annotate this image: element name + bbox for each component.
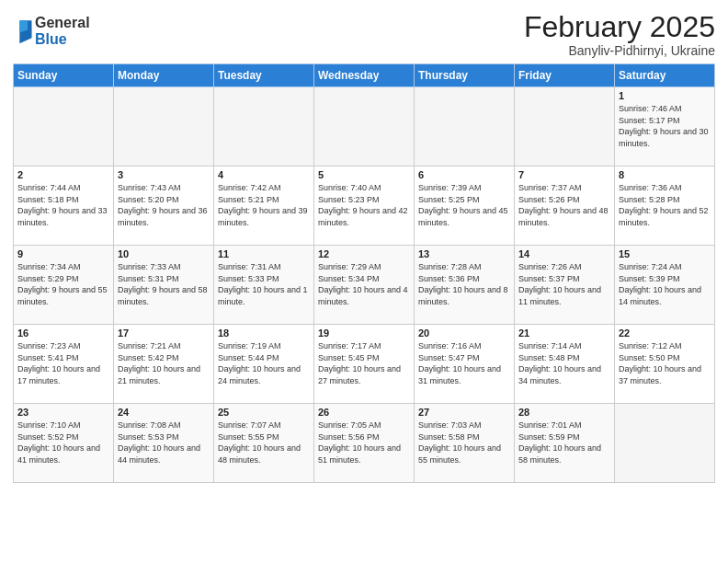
day-info: Sunrise: 7:08 AM Sunset: 5:53 PM Dayligh…	[118, 419, 210, 465]
calendar-cell: 16Sunrise: 7:23 AM Sunset: 5:41 PM Dayli…	[14, 325, 114, 404]
calendar-cell	[14, 87, 114, 167]
calendar-cell	[615, 404, 715, 483]
day-number: 7	[518, 169, 610, 180]
day-number: 6	[418, 169, 510, 180]
day-info: Sunrise: 7:21 AM Sunset: 5:42 PM Dayligh…	[118, 340, 210, 386]
weekday-header-thursday: Thursday	[415, 64, 515, 87]
calendar-cell: 25Sunrise: 7:07 AM Sunset: 5:55 PM Dayli…	[214, 404, 314, 483]
day-info: Sunrise: 7:46 AM Sunset: 5:17 PM Dayligh…	[619, 103, 711, 149]
calendar-header: SundayMondayTuesdayWednesdayThursdayFrid…	[14, 64, 715, 87]
day-number: 28	[518, 407, 610, 418]
calendar-cell: 15Sunrise: 7:24 AM Sunset: 5:39 PM Dayli…	[615, 246, 715, 325]
day-number: 5	[318, 169, 410, 180]
calendar-cell: 13Sunrise: 7:28 AM Sunset: 5:36 PM Dayli…	[415, 246, 515, 325]
day-number: 13	[418, 248, 510, 259]
calendar-cell	[114, 87, 214, 167]
day-info: Sunrise: 7:01 AM Sunset: 5:59 PM Dayligh…	[518, 419, 610, 465]
day-number: 27	[418, 407, 510, 418]
day-info: Sunrise: 7:14 AM Sunset: 5:48 PM Dayligh…	[518, 340, 610, 386]
weekday-header-saturday: Saturday	[615, 64, 715, 87]
day-info: Sunrise: 7:19 AM Sunset: 5:44 PM Dayligh…	[218, 340, 310, 386]
day-info: Sunrise: 7:33 AM Sunset: 5:31 PM Dayligh…	[118, 261, 210, 307]
calendar-cell: 4Sunrise: 7:42 AM Sunset: 5:21 PM Daylig…	[214, 167, 314, 246]
day-info: Sunrise: 7:42 AM Sunset: 5:21 PM Dayligh…	[218, 182, 310, 228]
day-info: Sunrise: 7:12 AM Sunset: 5:50 PM Dayligh…	[619, 340, 711, 386]
day-number: 14	[518, 248, 610, 259]
logo: General Blue	[13, 15, 90, 47]
calendar-cell	[214, 87, 314, 167]
weekday-header-monday: Monday	[114, 64, 214, 87]
day-info: Sunrise: 7:07 AM Sunset: 5:55 PM Dayligh…	[218, 419, 310, 465]
day-number: 21	[518, 327, 610, 339]
calendar-cell: 6Sunrise: 7:39 AM Sunset: 5:25 PM Daylig…	[415, 167, 515, 246]
weekday-header-sunday: Sunday	[14, 64, 114, 87]
calendar-cell	[515, 87, 615, 167]
calendar-cell: 8Sunrise: 7:36 AM Sunset: 5:28 PM Daylig…	[615, 167, 715, 246]
logo-blue-label: Blue	[35, 31, 90, 48]
day-info: Sunrise: 7:31 AM Sunset: 5:33 PM Dayligh…	[218, 261, 310, 307]
day-info: Sunrise: 7:44 AM Sunset: 5:18 PM Dayligh…	[17, 182, 109, 228]
day-number: 22	[619, 327, 711, 339]
calendar-cell	[314, 87, 415, 167]
day-number: 2	[17, 169, 109, 180]
day-info: Sunrise: 7:37 AM Sunset: 5:26 PM Dayligh…	[518, 182, 610, 228]
day-number: 3	[118, 169, 210, 180]
calendar-week-0: 1Sunrise: 7:46 AM Sunset: 5:17 PM Daylig…	[14, 87, 715, 167]
day-number: 11	[218, 248, 310, 259]
logo-text: General Blue	[35, 15, 90, 47]
day-number: 19	[318, 327, 410, 339]
day-info: Sunrise: 7:36 AM Sunset: 5:28 PM Dayligh…	[619, 182, 711, 228]
day-number: 17	[118, 327, 210, 339]
day-info: Sunrise: 7:34 AM Sunset: 5:29 PM Dayligh…	[17, 261, 109, 307]
day-info: Sunrise: 7:29 AM Sunset: 5:34 PM Dayligh…	[318, 261, 410, 307]
calendar-week-2: 9Sunrise: 7:34 AM Sunset: 5:29 PM Daylig…	[14, 246, 715, 325]
day-info: Sunrise: 7:05 AM Sunset: 5:56 PM Dayligh…	[318, 419, 410, 465]
calendar-cell: 28Sunrise: 7:01 AM Sunset: 5:59 PM Dayli…	[515, 404, 615, 483]
calendar-cell: 7Sunrise: 7:37 AM Sunset: 5:26 PM Daylig…	[515, 167, 615, 246]
calendar-cell: 17Sunrise: 7:21 AM Sunset: 5:42 PM Dayli…	[114, 325, 214, 404]
day-info: Sunrise: 7:23 AM Sunset: 5:41 PM Dayligh…	[17, 340, 109, 386]
logo-icon	[13, 18, 33, 44]
day-info: Sunrise: 7:28 AM Sunset: 5:36 PM Dayligh…	[418, 261, 510, 307]
calendar-cell: 9Sunrise: 7:34 AM Sunset: 5:29 PM Daylig…	[14, 246, 114, 325]
day-number: 12	[318, 248, 410, 259]
calendar-week-4: 23Sunrise: 7:10 AM Sunset: 5:52 PM Dayli…	[14, 404, 715, 483]
day-info: Sunrise: 7:16 AM Sunset: 5:47 PM Dayligh…	[418, 340, 510, 386]
day-number: 25	[218, 407, 310, 418]
weekday-header-row: SundayMondayTuesdayWednesdayThursdayFrid…	[14, 64, 715, 87]
day-number: 8	[619, 169, 711, 180]
weekday-header-wednesday: Wednesday	[314, 64, 415, 87]
calendar-cell: 3Sunrise: 7:43 AM Sunset: 5:20 PM Daylig…	[114, 167, 214, 246]
calendar-cell: 2Sunrise: 7:44 AM Sunset: 5:18 PM Daylig…	[14, 167, 114, 246]
calendar-body: 1Sunrise: 7:46 AM Sunset: 5:17 PM Daylig…	[14, 87, 715, 483]
day-info: Sunrise: 7:03 AM Sunset: 5:58 PM Dayligh…	[418, 419, 510, 465]
calendar-cell: 10Sunrise: 7:33 AM Sunset: 5:31 PM Dayli…	[114, 246, 214, 325]
day-number: 15	[619, 248, 711, 259]
calendar-cell	[415, 87, 515, 167]
subtitle: Banyliv-Pidhirnyi, Ukraine	[524, 43, 715, 58]
calendar-week-3: 16Sunrise: 7:23 AM Sunset: 5:41 PM Dayli…	[14, 325, 715, 404]
calendar-week-1: 2Sunrise: 7:44 AM Sunset: 5:18 PM Daylig…	[14, 167, 715, 246]
logo-general-label: General	[35, 15, 90, 31]
calendar-cell: 18Sunrise: 7:19 AM Sunset: 5:44 PM Dayli…	[214, 325, 314, 404]
calendar-cell: 21Sunrise: 7:14 AM Sunset: 5:48 PM Dayli…	[515, 325, 615, 404]
day-number: 9	[17, 248, 109, 259]
title-area: February 2025 Banyliv-Pidhirnyi, Ukraine	[524, 11, 715, 58]
page-container: General Blue February 2025 Banyliv-Pidhi…	[0, 0, 728, 563]
day-number: 1	[619, 90, 711, 101]
day-number: 20	[418, 327, 510, 339]
day-number: 26	[318, 407, 410, 418]
day-number: 16	[17, 327, 109, 339]
weekday-header-friday: Friday	[515, 64, 615, 87]
calendar-cell: 27Sunrise: 7:03 AM Sunset: 5:58 PM Dayli…	[415, 404, 515, 483]
weekday-header-tuesday: Tuesday	[214, 64, 314, 87]
calendar: SundayMondayTuesdayWednesdayThursdayFrid…	[13, 63, 715, 483]
calendar-cell: 14Sunrise: 7:26 AM Sunset: 5:37 PM Dayli…	[515, 246, 615, 325]
calendar-cell: 20Sunrise: 7:16 AM Sunset: 5:47 PM Dayli…	[415, 325, 515, 404]
day-number: 18	[218, 327, 310, 339]
calendar-cell: 24Sunrise: 7:08 AM Sunset: 5:53 PM Dayli…	[114, 404, 214, 483]
calendar-cell: 11Sunrise: 7:31 AM Sunset: 5:33 PM Dayli…	[214, 246, 314, 325]
day-info: Sunrise: 7:39 AM Sunset: 5:25 PM Dayligh…	[418, 182, 510, 228]
calendar-cell: 22Sunrise: 7:12 AM Sunset: 5:50 PM Dayli…	[615, 325, 715, 404]
calendar-cell: 5Sunrise: 7:40 AM Sunset: 5:23 PM Daylig…	[314, 167, 415, 246]
